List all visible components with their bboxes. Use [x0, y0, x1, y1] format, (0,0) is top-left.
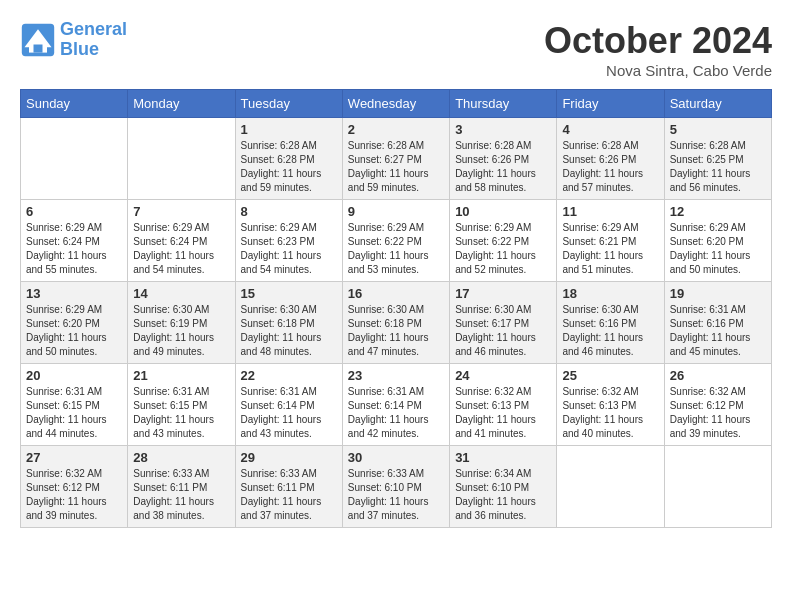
day-info: Sunrise: 6:29 AM Sunset: 6:20 PM Dayligh…: [26, 303, 122, 359]
day-number: 29: [241, 450, 337, 465]
calendar-cell: 30Sunrise: 6:33 AM Sunset: 6:10 PM Dayli…: [342, 446, 449, 528]
calendar-cell: 2Sunrise: 6:28 AM Sunset: 6:27 PM Daylig…: [342, 118, 449, 200]
day-info: Sunrise: 6:28 AM Sunset: 6:25 PM Dayligh…: [670, 139, 766, 195]
calendar-cell: 3Sunrise: 6:28 AM Sunset: 6:26 PM Daylig…: [450, 118, 557, 200]
calendar-cell: 27Sunrise: 6:32 AM Sunset: 6:12 PM Dayli…: [21, 446, 128, 528]
day-info: Sunrise: 6:30 AM Sunset: 6:17 PM Dayligh…: [455, 303, 551, 359]
calendar-cell: [664, 446, 771, 528]
calendar-cell: 1Sunrise: 6:28 AM Sunset: 6:28 PM Daylig…: [235, 118, 342, 200]
page-header: General Blue October 2024 Nova Sintra, C…: [20, 20, 772, 79]
day-info: Sunrise: 6:31 AM Sunset: 6:15 PM Dayligh…: [26, 385, 122, 441]
calendar-cell: 11Sunrise: 6:29 AM Sunset: 6:21 PM Dayli…: [557, 200, 664, 282]
day-info: Sunrise: 6:28 AM Sunset: 6:26 PM Dayligh…: [562, 139, 658, 195]
calendar-cell: 14Sunrise: 6:30 AM Sunset: 6:19 PM Dayli…: [128, 282, 235, 364]
day-number: 24: [455, 368, 551, 383]
day-number: 9: [348, 204, 444, 219]
day-number: 25: [562, 368, 658, 383]
day-number: 17: [455, 286, 551, 301]
calendar-cell: 7Sunrise: 6:29 AM Sunset: 6:24 PM Daylig…: [128, 200, 235, 282]
day-info: Sunrise: 6:28 AM Sunset: 6:28 PM Dayligh…: [241, 139, 337, 195]
day-number: 16: [348, 286, 444, 301]
day-number: 28: [133, 450, 229, 465]
weekday-header-cell: Tuesday: [235, 90, 342, 118]
weekday-header-cell: Friday: [557, 90, 664, 118]
weekday-header-cell: Monday: [128, 90, 235, 118]
calendar-week-row: 1Sunrise: 6:28 AM Sunset: 6:28 PM Daylig…: [21, 118, 772, 200]
calendar-week-row: 27Sunrise: 6:32 AM Sunset: 6:12 PM Dayli…: [21, 446, 772, 528]
day-number: 11: [562, 204, 658, 219]
calendar-cell: 31Sunrise: 6:34 AM Sunset: 6:10 PM Dayli…: [450, 446, 557, 528]
calendar-cell: 13Sunrise: 6:29 AM Sunset: 6:20 PM Dayli…: [21, 282, 128, 364]
calendar-cell: 17Sunrise: 6:30 AM Sunset: 6:17 PM Dayli…: [450, 282, 557, 364]
day-number: 8: [241, 204, 337, 219]
weekday-header-cell: Sunday: [21, 90, 128, 118]
calendar-cell: 6Sunrise: 6:29 AM Sunset: 6:24 PM Daylig…: [21, 200, 128, 282]
svg-rect-3: [34, 44, 43, 52]
day-number: 22: [241, 368, 337, 383]
day-info: Sunrise: 6:31 AM Sunset: 6:14 PM Dayligh…: [241, 385, 337, 441]
day-number: 15: [241, 286, 337, 301]
calendar-cell: 29Sunrise: 6:33 AM Sunset: 6:11 PM Dayli…: [235, 446, 342, 528]
day-info: Sunrise: 6:29 AM Sunset: 6:21 PM Dayligh…: [562, 221, 658, 277]
day-info: Sunrise: 6:30 AM Sunset: 6:19 PM Dayligh…: [133, 303, 229, 359]
day-number: 30: [348, 450, 444, 465]
day-info: Sunrise: 6:29 AM Sunset: 6:20 PM Dayligh…: [670, 221, 766, 277]
day-info: Sunrise: 6:32 AM Sunset: 6:13 PM Dayligh…: [455, 385, 551, 441]
calendar-cell: 23Sunrise: 6:31 AM Sunset: 6:14 PM Dayli…: [342, 364, 449, 446]
calendar-cell: 24Sunrise: 6:32 AM Sunset: 6:13 PM Dayli…: [450, 364, 557, 446]
calendar-cell: 4Sunrise: 6:28 AM Sunset: 6:26 PM Daylig…: [557, 118, 664, 200]
calendar-cell: 19Sunrise: 6:31 AM Sunset: 6:16 PM Dayli…: [664, 282, 771, 364]
day-info: Sunrise: 6:31 AM Sunset: 6:14 PM Dayligh…: [348, 385, 444, 441]
day-number: 13: [26, 286, 122, 301]
day-number: 26: [670, 368, 766, 383]
weekday-header-cell: Wednesday: [342, 90, 449, 118]
day-info: Sunrise: 6:30 AM Sunset: 6:18 PM Dayligh…: [348, 303, 444, 359]
calendar-cell: 16Sunrise: 6:30 AM Sunset: 6:18 PM Dayli…: [342, 282, 449, 364]
calendar-cell: 26Sunrise: 6:32 AM Sunset: 6:12 PM Dayli…: [664, 364, 771, 446]
day-number: 7: [133, 204, 229, 219]
month-title: October 2024: [544, 20, 772, 62]
calendar-cell: 5Sunrise: 6:28 AM Sunset: 6:25 PM Daylig…: [664, 118, 771, 200]
calendar-cell: [128, 118, 235, 200]
day-info: Sunrise: 6:33 AM Sunset: 6:11 PM Dayligh…: [241, 467, 337, 523]
calendar-cell: 10Sunrise: 6:29 AM Sunset: 6:22 PM Dayli…: [450, 200, 557, 282]
day-number: 27: [26, 450, 122, 465]
day-number: 18: [562, 286, 658, 301]
day-info: Sunrise: 6:33 AM Sunset: 6:10 PM Dayligh…: [348, 467, 444, 523]
calendar-cell: [21, 118, 128, 200]
day-number: 14: [133, 286, 229, 301]
calendar-week-row: 20Sunrise: 6:31 AM Sunset: 6:15 PM Dayli…: [21, 364, 772, 446]
day-number: 1: [241, 122, 337, 137]
day-number: 4: [562, 122, 658, 137]
calendar-table: SundayMondayTuesdayWednesdayThursdayFrid…: [20, 89, 772, 528]
day-number: 2: [348, 122, 444, 137]
calendar-cell: 21Sunrise: 6:31 AM Sunset: 6:15 PM Dayli…: [128, 364, 235, 446]
day-number: 3: [455, 122, 551, 137]
day-number: 5: [670, 122, 766, 137]
day-info: Sunrise: 6:31 AM Sunset: 6:16 PM Dayligh…: [670, 303, 766, 359]
calendar-cell: 12Sunrise: 6:29 AM Sunset: 6:20 PM Dayli…: [664, 200, 771, 282]
day-number: 20: [26, 368, 122, 383]
weekday-header-row: SundayMondayTuesdayWednesdayThursdayFrid…: [21, 90, 772, 118]
day-info: Sunrise: 6:29 AM Sunset: 6:23 PM Dayligh…: [241, 221, 337, 277]
day-info: Sunrise: 6:29 AM Sunset: 6:24 PM Dayligh…: [26, 221, 122, 277]
logo: General Blue: [20, 20, 127, 60]
day-number: 21: [133, 368, 229, 383]
calendar-week-row: 6Sunrise: 6:29 AM Sunset: 6:24 PM Daylig…: [21, 200, 772, 282]
weekday-header-cell: Saturday: [664, 90, 771, 118]
day-info: Sunrise: 6:28 AM Sunset: 6:27 PM Dayligh…: [348, 139, 444, 195]
calendar-cell: 15Sunrise: 6:30 AM Sunset: 6:18 PM Dayli…: [235, 282, 342, 364]
day-info: Sunrise: 6:29 AM Sunset: 6:22 PM Dayligh…: [455, 221, 551, 277]
calendar-week-row: 13Sunrise: 6:29 AM Sunset: 6:20 PM Dayli…: [21, 282, 772, 364]
calendar-body: 1Sunrise: 6:28 AM Sunset: 6:28 PM Daylig…: [21, 118, 772, 528]
calendar-cell: 18Sunrise: 6:30 AM Sunset: 6:16 PM Dayli…: [557, 282, 664, 364]
day-info: Sunrise: 6:29 AM Sunset: 6:22 PM Dayligh…: [348, 221, 444, 277]
title-block: October 2024 Nova Sintra, Cabo Verde: [544, 20, 772, 79]
day-info: Sunrise: 6:29 AM Sunset: 6:24 PM Dayligh…: [133, 221, 229, 277]
day-info: Sunrise: 6:28 AM Sunset: 6:26 PM Dayligh…: [455, 139, 551, 195]
day-info: Sunrise: 6:32 AM Sunset: 6:12 PM Dayligh…: [26, 467, 122, 523]
day-number: 12: [670, 204, 766, 219]
day-info: Sunrise: 6:33 AM Sunset: 6:11 PM Dayligh…: [133, 467, 229, 523]
calendar-cell: 20Sunrise: 6:31 AM Sunset: 6:15 PM Dayli…: [21, 364, 128, 446]
calendar-cell: 8Sunrise: 6:29 AM Sunset: 6:23 PM Daylig…: [235, 200, 342, 282]
